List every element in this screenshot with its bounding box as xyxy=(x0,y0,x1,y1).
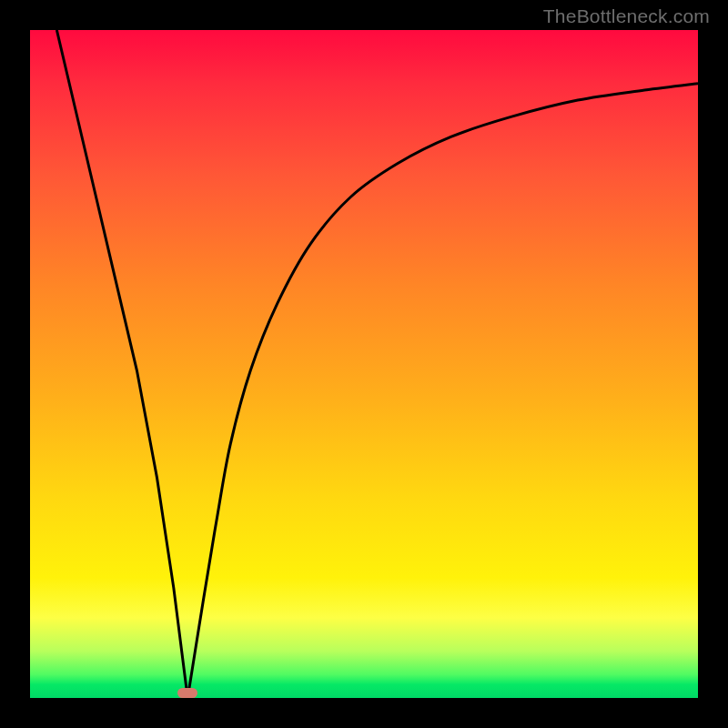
bottleneck-curve xyxy=(30,30,698,698)
min-point-marker xyxy=(177,688,197,698)
chart-frame: TheBottleneck.com xyxy=(0,0,728,728)
curve-path xyxy=(56,30,698,698)
plot-area xyxy=(30,30,698,698)
watermark-text: TheBottleneck.com xyxy=(543,5,710,27)
